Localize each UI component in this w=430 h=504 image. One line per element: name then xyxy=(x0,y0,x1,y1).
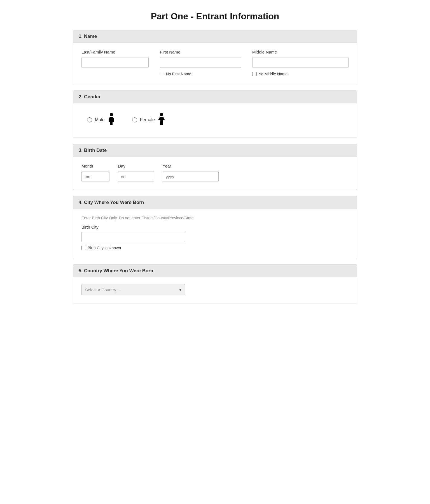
no-first-name-checkbox[interactable] xyxy=(160,72,164,76)
last-name-label: Last/Family Name xyxy=(81,50,149,54)
birth-city-label: Birth City xyxy=(81,225,349,229)
middle-name-group: Middle Name No Middle Name xyxy=(252,50,349,76)
name-section-body: Last/Family Name First Name No First Nam… xyxy=(73,43,357,84)
month-group: Month xyxy=(81,164,109,182)
male-option[interactable]: Male xyxy=(87,113,115,127)
middle-name-input[interactable] xyxy=(252,57,349,68)
birth-city-section: 4. City Where You Were Born Enter Birth … xyxy=(73,196,357,258)
last-name-input[interactable] xyxy=(81,57,149,68)
first-name-group: First Name No First Name xyxy=(160,50,241,76)
svg-point-1 xyxy=(160,113,163,116)
birth-country-section-header: 5. Country Where You Were Born xyxy=(73,265,357,277)
svg-point-0 xyxy=(110,113,113,116)
country-select[interactable]: Select A Country... xyxy=(81,284,185,295)
birth-city-input[interactable] xyxy=(81,232,185,242)
birth-date-section: 3. Birth Date Month Day Year xyxy=(73,144,357,190)
month-label: Month xyxy=(81,164,109,168)
birth-city-unknown-row: Birth City Unknown xyxy=(81,246,349,250)
birth-date-section-body: Month Day Year xyxy=(73,157,357,190)
name-fields-row: Last/Family Name First Name No First Nam… xyxy=(81,50,349,76)
day-input[interactable] xyxy=(118,171,154,182)
middle-name-label: Middle Name xyxy=(252,50,349,54)
year-group: Year xyxy=(163,164,219,182)
birth-city-section-body: Enter Birth City Only. Do not enter Dist… xyxy=(73,209,357,258)
birth-country-section-body: Select A Country... ▼ xyxy=(73,277,357,303)
gender-section-header: 2. Gender xyxy=(73,91,357,103)
no-middle-name-checkbox[interactable] xyxy=(252,72,257,76)
birth-date-section-header: 3. Birth Date xyxy=(73,144,357,157)
gender-section: 2. Gender Male Female xyxy=(73,90,357,138)
last-name-group: Last/Family Name xyxy=(81,50,149,68)
day-label: Day xyxy=(118,164,154,168)
birth-city-section-header: 4. City Where You Were Born xyxy=(73,196,357,209)
day-group: Day xyxy=(118,164,154,182)
year-input[interactable] xyxy=(163,171,219,182)
gender-section-body: Male Female xyxy=(73,103,357,138)
birth-city-unknown-checkbox[interactable] xyxy=(81,246,86,250)
no-first-name-row: No First Name xyxy=(160,72,241,76)
male-radio[interactable] xyxy=(87,117,92,122)
female-radio[interactable] xyxy=(132,117,137,122)
name-section: 1. Name Last/Family Name First Name No F… xyxy=(73,30,357,84)
year-label: Year xyxy=(163,164,219,168)
first-name-label: First Name xyxy=(160,50,241,54)
name-section-header: 1. Name xyxy=(73,30,357,43)
no-middle-name-row: No Middle Name xyxy=(252,72,349,76)
no-first-name-label: No First Name xyxy=(166,72,191,76)
birth-country-section: 5. Country Where You Were Born Select A … xyxy=(73,264,357,303)
male-icon xyxy=(108,113,115,127)
male-label: Male xyxy=(95,117,105,122)
country-select-wrapper: Select A Country... ▼ xyxy=(81,284,185,295)
first-name-input[interactable] xyxy=(160,57,241,68)
page-title: Part One - Entrant Information xyxy=(73,11,357,22)
gender-options-row: Male Female xyxy=(81,110,349,130)
female-icon xyxy=(158,113,165,127)
birth-city-unknown-label: Birth City Unknown xyxy=(88,246,121,250)
female-option[interactable]: Female xyxy=(132,113,165,127)
birth-date-fields-row: Month Day Year xyxy=(81,164,349,182)
birth-city-instruction: Enter Birth City Only. Do not enter Dist… xyxy=(81,216,349,220)
no-middle-name-label: No Middle Name xyxy=(258,72,288,76)
month-input[interactable] xyxy=(81,171,109,182)
female-label: Female xyxy=(140,117,155,122)
